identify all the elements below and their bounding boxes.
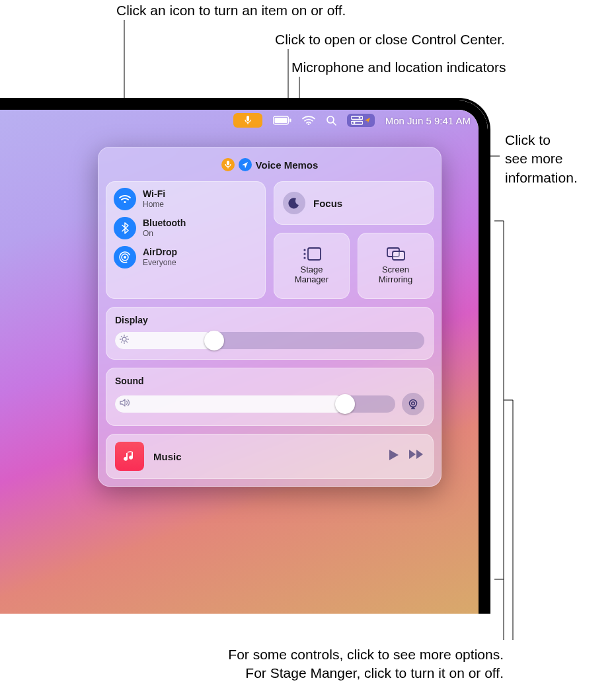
screen-mirroring-label-1: Screen [382,265,409,274]
airdrop-toggle[interactable]: AirDrop Everyone [114,246,258,268]
bluetooth-label: Bluetooth [143,218,186,228]
svg-point-33 [122,337,126,341]
moon-icon [283,192,305,214]
privacy-app-name: Voice Memos [256,159,319,171]
svg-point-24 [124,256,126,259]
airplay-audio-button[interactable] [402,393,424,415]
svg-rect-9 [247,116,249,121]
wifi-icon [114,188,136,210]
privacy-indicator-row[interactable]: Voice Memos [106,155,434,175]
control-center-panel: Voice Memos Wi-Fi Home [98,147,442,487]
callout-open-cc: Click to open or close Control Center. [275,30,505,49]
screen-mirroring-icon [386,247,406,261]
menu-bar: Mon Jun 5 9:41 AM [0,110,479,131]
now-playing-tile[interactable]: Music [106,434,434,479]
airdrop-icon [114,246,136,268]
sound-tile[interactable]: Sound [106,368,434,426]
wifi-status: Home [143,200,165,209]
screen-mirroring-label-2: Mirroring [379,274,412,284]
stage-manager-icon [302,247,322,261]
svg-line-38 [121,336,122,337]
callout-more-info-l3: information. [505,170,578,185]
spotlight-icon[interactable] [326,115,336,126]
bluetooth-toggle[interactable]: Bluetooth On [114,217,258,239]
svg-point-42 [410,400,417,407]
wifi-toggle[interactable]: Wi-Fi Home [114,188,258,210]
svg-rect-13 [289,119,291,122]
device-bezel: Mon Jun 5 9:41 AM Voice Memos [0,101,488,614]
sound-label: Sound [115,376,424,386]
battery-icon[interactable] [273,116,291,125]
callout-more-options-l2: For Stage Manger, click to turn it on or… [245,664,504,682]
svg-rect-19 [351,122,363,125]
stage-manager-label-2: Manager [295,274,328,284]
callout-more-options-l1: For some controls, click to see more opt… [228,645,504,664]
menu-bar-datetime[interactable]: Mon Jun 5 9:41 AM [385,115,471,126]
callout-more-info-l2: see more [505,151,563,166]
brightness-icon [120,335,129,347]
display-tile[interactable]: Display [106,307,434,360]
connectivity-tile[interactable]: Wi-Fi Home Bluetooth On [106,181,266,299]
focus-tile[interactable]: Focus [274,181,434,225]
svg-point-28 [303,249,305,251]
stage-manager-label-1: Stage [301,265,323,274]
display-brightness-slider[interactable] [115,332,424,349]
play-button[interactable] [389,449,399,464]
focus-label: Focus [313,198,342,209]
bluetooth-icon [114,217,136,239]
svg-line-39 [127,342,128,343]
location-badge-icon [239,158,252,171]
now-playing-title: Music [153,451,379,462]
callout-more-info-l1: Click to [505,132,551,147]
screen-wallpaper: Mon Jun 5 9:41 AM Voice Memos [0,110,479,614]
svg-point-29 [303,253,305,255]
callout-mic-loc: Microphone and location indicators [291,58,506,77]
airdrop-label: AirDrop [143,247,177,257]
music-app-icon [115,442,144,471]
play-icon [389,449,399,461]
control-center-icon [351,116,363,125]
svg-point-20 [353,122,355,124]
svg-rect-32 [393,251,404,260]
svg-line-40 [127,336,128,337]
svg-point-14 [307,124,309,125]
wifi-label: Wi-Fi [143,189,165,199]
svg-line-16 [333,122,336,125]
screen-mirroring-tile[interactable]: Screen Mirroring [358,233,434,299]
stage-manager-tile[interactable]: Stage Manager [274,233,350,299]
svg-rect-12 [274,118,287,123]
location-indicator-icon [364,117,371,124]
mic-badge-icon [221,158,235,171]
svg-line-41 [121,342,122,343]
airdrop-status: Everyone [143,258,177,267]
bluetooth-status: On [143,229,186,238]
mic-in-use-indicator[interactable] [233,113,262,128]
airplay-icon [407,399,419,409]
device-frame: Mon Jun 5 9:41 AM Voice Memos [0,98,490,614]
svg-point-30 [303,257,305,259]
speaker-icon [120,398,130,410]
callout-toggle-icon: Click an icon to turn an item on or off. [116,1,346,20]
svg-point-18 [358,117,360,119]
control-center-menu-icon[interactable] [347,114,375,127]
svg-rect-17 [351,116,363,120]
next-track-button[interactable] [408,449,424,464]
callout-more-info: Click to see more information. [505,131,578,187]
mic-icon [244,116,252,125]
forward-icon [408,449,424,460]
display-label: Display [115,315,424,325]
wifi-menu-icon[interactable] [302,116,315,125]
svg-point-43 [412,402,415,405]
svg-rect-27 [308,248,321,260]
sound-volume-slider[interactable] [115,395,395,413]
svg-rect-21 [227,161,229,165]
svg-point-23 [124,200,126,202]
